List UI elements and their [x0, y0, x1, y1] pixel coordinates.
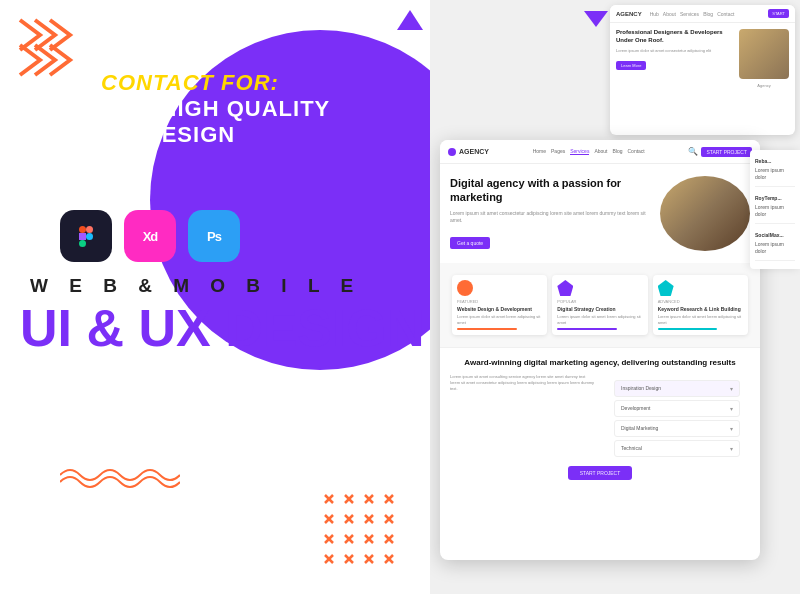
nav-home: Home	[533, 148, 546, 155]
nav-contact: Contact	[627, 148, 644, 155]
top-nav-item: Hub	[650, 11, 659, 17]
mockup-start-btn[interactable]: START PROJECT	[568, 466, 633, 480]
mockup-services-section: FEATURED Website Design & Development Lo…	[440, 263, 760, 347]
mockup-nav-items: Home Pages Services About Blog Contact	[495, 148, 682, 155]
top-preview-agency-label: Agency	[757, 83, 770, 88]
contact-for-label: CONTACT FOR:	[30, 70, 350, 96]
svg-rect-1	[86, 226, 93, 233]
accordion-arrow-4: ▾	[730, 445, 733, 452]
award-desc: Lorem ipsum sit amet consulting service …	[450, 374, 596, 393]
top-preview-btn[interactable]: Learn More	[616, 61, 646, 70]
side-item-desc-2: Lorem ipsum dolor	[755, 204, 795, 218]
purple-triangle-left	[395, 5, 425, 39]
accordion-2[interactable]: Development ▾	[614, 400, 740, 417]
ui-ux-text: UI & UX DESIGN	[20, 300, 425, 357]
mockup-hero-btn[interactable]: Get a quote	[450, 237, 490, 249]
ps-icon: Ps	[188, 210, 240, 262]
top-preview-sub: Lorem ipsum dolor sit amet consectetur a…	[616, 48, 733, 54]
side-strip: Reba... Lorem ipsum dolor RoyTemp... Lor…	[750, 150, 800, 269]
service-icon-2	[557, 280, 573, 296]
svg-rect-2	[79, 233, 86, 240]
mockup-hero-title: Digital agency with a passion for market…	[450, 176, 652, 205]
service-badge-1: FEATURED	[457, 299, 542, 304]
purple-arrow-decoration	[582, 5, 610, 37]
side-item-title-1: Reba...	[755, 158, 795, 165]
award-text-col: Lorem ipsum sit amet consulting service …	[450, 374, 596, 466]
top-preview-nav-logo: AGENCY	[616, 11, 642, 17]
mockup-hero: Digital agency with a passion for market…	[440, 164, 760, 263]
mockup-hero-subtitle: Lorem ipsum sit amet consectetur adipisc…	[450, 210, 652, 225]
modern-design-label: MODERN HIGH QUALITY DESIGN	[30, 96, 350, 149]
mockup-award: Award-winning digital marketing agency, …	[440, 347, 760, 495]
service-icon-1	[457, 280, 473, 296]
left-panel: CONTACT FOR: MODERN HIGH QUALITY DESIGN …	[0, 0, 430, 594]
service-line-2	[557, 328, 617, 330]
side-item-2: RoyTemp... Lorem ipsum dolor	[755, 195, 795, 224]
svg-marker-38	[584, 11, 608, 27]
accordion-arrow-1: ▾	[730, 385, 733, 392]
side-item-desc-3: Lorem ipsum dolor	[755, 241, 795, 255]
service-badge-2: POPULAR	[557, 299, 642, 304]
hero-image-fill	[660, 176, 750, 251]
service-badge-3: ADVANCED	[658, 299, 743, 304]
mockup-accordions: Inspiration Design ▾ Development ▾ Digit…	[604, 374, 750, 466]
right-panel: AGENCY Hub About Services Blog Contact S…	[430, 0, 800, 594]
mockup-hero-text: Digital agency with a passion for market…	[450, 176, 652, 251]
top-nav-btn[interactable]: START	[768, 9, 789, 18]
mockup-logo-dot	[448, 148, 456, 156]
accordion-arrow-2: ▾	[730, 405, 733, 412]
accordion-arrow-3: ▾	[730, 425, 733, 432]
website-mockup: AGENCY Home Pages Services About Blog Co…	[440, 140, 760, 560]
accordion-label-1: Inspiration Design	[621, 385, 661, 391]
nav-pages: Pages	[551, 148, 565, 155]
accordion-label-4: Technical	[621, 445, 642, 451]
nav-blog: Blog	[612, 148, 622, 155]
accordion-1[interactable]: Inspiration Design ▾	[614, 380, 740, 397]
accordion-label-3: Digital Marketing	[621, 425, 658, 431]
top-nav-item-5: Contact	[717, 11, 734, 17]
nav-services: Services	[570, 148, 589, 155]
service-icon-3	[658, 280, 674, 296]
search-icon[interactable]: 🔍	[688, 147, 698, 156]
tool-icons: Xd Ps	[60, 210, 240, 262]
top-preview-headline: Professional Designers & Developers Unde…	[616, 29, 733, 45]
side-item-1: Reba... Lorem ipsum dolor	[755, 158, 795, 187]
mockup-nav-start-btn[interactable]: START PROJECT	[701, 147, 752, 157]
accordion-3[interactable]: Digital Marketing ▾	[614, 420, 740, 437]
service-title-2: Digital Strategy Creation	[557, 306, 642, 312]
side-item-title-2: RoyTemp...	[755, 195, 795, 202]
top-preview-content: Professional Designers & Developers Unde…	[610, 23, 795, 94]
award-accordions-col: Inspiration Design ▾ Development ▾ Digit…	[604, 374, 750, 466]
service-card-2: POPULAR Digital Strategy Creation Lorem …	[552, 275, 647, 335]
side-item-title-3: SocialMax...	[755, 232, 795, 239]
accordion-4[interactable]: Technical ▾	[614, 440, 740, 457]
mockup-logo-text: AGENCY	[459, 148, 489, 155]
main-container: CONTACT FOR: MODERN HIGH QUALITY DESIGN …	[0, 0, 800, 594]
contact-banner: CONTACT FOR: MODERN HIGH QUALITY DESIGN	[30, 70, 350, 149]
service-card-3: ADVANCED Keyword Research & Link Buildin…	[653, 275, 748, 335]
web-mobile-text: W E B & M O B I L E	[30, 275, 361, 297]
service-title-3: Keyword Research & Link Building	[658, 306, 743, 312]
service-desc-1: Lorem ipsum dolor sit amet lorem adipisc…	[457, 314, 542, 325]
wavy-decoration	[60, 460, 180, 494]
award-title: Award-winning digital marketing agency, …	[450, 358, 750, 368]
service-title-1: Website Design & Development	[457, 306, 542, 312]
award-content: Lorem ipsum sit amet consulting service …	[450, 374, 750, 466]
side-item-desc-1: Lorem ipsum dolor	[755, 167, 795, 181]
top-preview-text: Professional Designers & Developers Unde…	[616, 29, 733, 88]
mockup-hero-image	[660, 176, 750, 251]
nav-about: About	[594, 148, 607, 155]
orange-dots	[320, 490, 400, 574]
mockup-nav: AGENCY Home Pages Services About Blog Co…	[440, 140, 760, 164]
service-desc-2: Lorem ipsum dolor sit amet lorem adipisc…	[557, 314, 642, 325]
mockup-nav-actions: 🔍 START PROJECT	[688, 147, 752, 157]
service-line-3	[658, 328, 718, 330]
svg-rect-0	[79, 226, 86, 233]
top-preview: AGENCY Hub About Services Blog Contact S…	[610, 5, 795, 135]
svg-point-4	[86, 233, 93, 240]
mockup-services: FEATURED Website Design & Development Lo…	[446, 267, 754, 343]
service-desc-3: Lorem ipsum dolor sit amet lorem adipisc…	[658, 314, 743, 325]
xd-icon: Xd	[124, 210, 176, 262]
svg-rect-3	[79, 240, 86, 247]
accordion-label-2: Development	[621, 405, 650, 411]
